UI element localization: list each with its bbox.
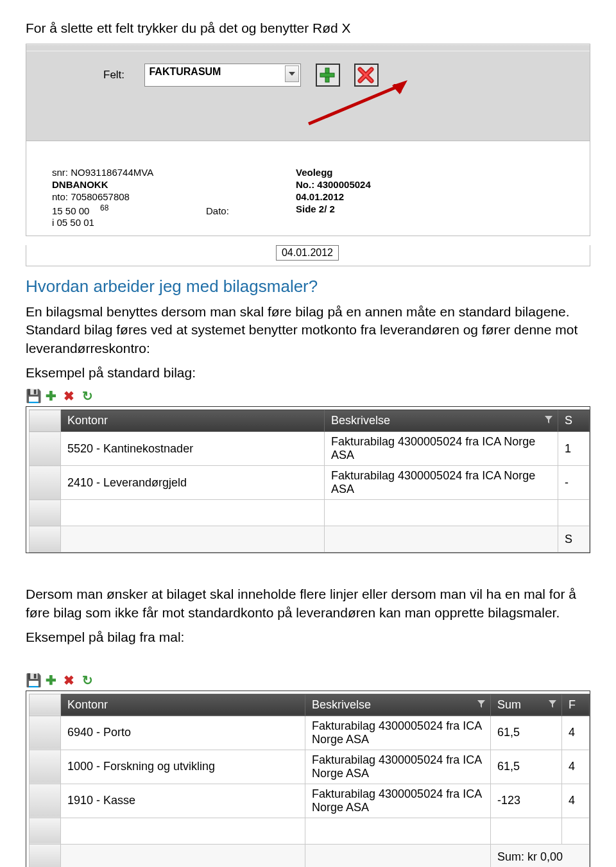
row-selector-header: [30, 410, 61, 432]
save-icon[interactable]: 💾: [26, 673, 40, 687]
table-row[interactable]: 2410 - Leverandørgjeld Fakturabilag 4300…: [30, 466, 590, 500]
col-s[interactable]: S: [558, 410, 590, 432]
table-row[interactable]: 5520 - Kantinekostnader Fakturabilag 430…: [30, 432, 590, 466]
plus-icon[interactable]: ✚: [44, 388, 58, 402]
x-icon[interactable]: ✖: [62, 673, 76, 687]
table-row[interactable]: 6940 - Porto Fakturabilag 4300005024 fra…: [30, 716, 590, 750]
grid-toolbar-2: 💾 ✚ ✖ ↻: [26, 673, 590, 687]
table-row[interactable]: 1000 - Forskning og utvikling Fakturabil…: [30, 750, 590, 784]
table-footer: S: [30, 526, 590, 553]
col-beskrivelse[interactable]: Beskrivelse: [305, 694, 491, 716]
col-kontonr[interactable]: Kontonr: [61, 694, 305, 716]
table-row[interactable]: 1910 - Kasse Fakturabilag 4300005024 fra…: [30, 784, 590, 818]
table-row-empty[interactable]: [30, 818, 590, 844]
refresh-icon[interactable]: ↻: [80, 673, 94, 687]
screenshot-felt-editor: Felt: FAKTURASUM: [26, 44, 590, 266]
col-sum[interactable]: Sum: [491, 694, 562, 716]
save-icon[interactable]: 💾: [26, 388, 40, 402]
row-selector-header: [30, 694, 61, 716]
svg-marker-4: [392, 80, 407, 94]
col-beskrivelse[interactable]: Beskrivelse: [325, 410, 558, 432]
doc-right-block: Veolegg No.: 4300005024 04.01.2012 Side …: [296, 167, 418, 229]
mal-bilag-table: Kontonr Beskrivelse Sum F 6940 - Porto F…: [29, 694, 590, 868]
felt-label: Felt:: [103, 69, 142, 82]
filter-icon[interactable]: [545, 416, 552, 424]
svg-line-2: [309, 84, 404, 124]
intro-text: For å slette ett felt trykker du på det …: [26, 19, 590, 37]
chevron-down-icon[interactable]: [285, 65, 299, 82]
grid-toolbar: 💾 ✚ ✖ ↻: [26, 388, 590, 402]
para-3: Dersom man ønsker at bilaget skal inneho…: [26, 585, 590, 622]
plus-icon[interactable]: ✚: [44, 673, 58, 687]
col-kontonr[interactable]: Kontonr: [61, 410, 325, 432]
table-footer: Sum: kr 0,00: [30, 844, 590, 867]
filter-icon[interactable]: [477, 700, 485, 708]
table-row-empty[interactable]: [30, 500, 590, 526]
felt-value: FAKTURASUM: [149, 66, 221, 77]
dato-field[interactable]: 04.01.2012: [276, 245, 339, 261]
filter-icon[interactable]: [549, 700, 556, 708]
para-2: Eksempel på standard bilag:: [26, 364, 590, 382]
doc-left-block: snr: NO931186744MVA DNBANOKK nto: 705806…: [52, 167, 206, 229]
para-4: Eksempel på bilag fra mal:: [26, 628, 590, 646]
para-1: En bilagsmal benyttes dersom man skal fø…: [26, 303, 590, 357]
doc-mid-block: Dato:: [206, 167, 296, 229]
heading-bilagsmaler: Hvordan arbeider jeg med bilagsmaler?: [26, 277, 590, 296]
refresh-icon[interactable]: ↻: [80, 388, 94, 402]
x-icon[interactable]: ✖: [62, 388, 76, 402]
standard-bilag-table: Kontonr Beskrivelse S 5520 - Kantinekost…: [29, 409, 590, 553]
col-f[interactable]: F: [562, 694, 590, 716]
felt-combobox[interactable]: FAKTURASUM: [144, 64, 301, 87]
